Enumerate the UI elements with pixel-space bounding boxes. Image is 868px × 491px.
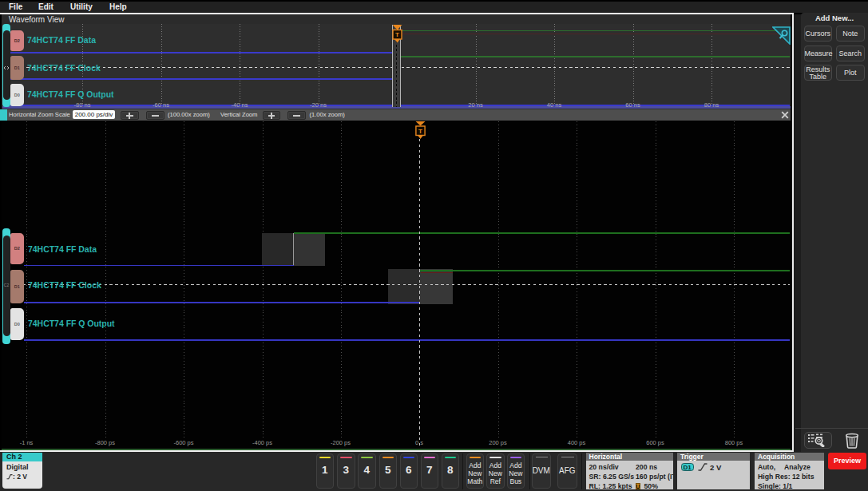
svg-text:T: T [395,31,399,38]
svg-text:T: T [418,127,422,134]
